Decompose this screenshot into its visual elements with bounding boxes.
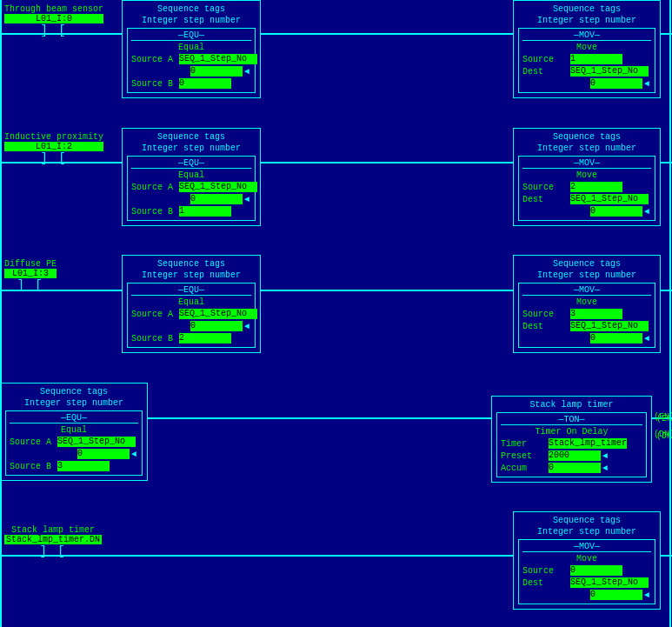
mov-inner-label-2: Move xyxy=(522,170,651,180)
mov-block-2-title1: Sequence tags xyxy=(516,131,657,143)
equ-block-4-inner: —EQU— Equal Source A SEQ_1_Step_No 0 ◄ S… xyxy=(5,410,143,476)
ton-timer-tag: Stack_lmp_timer xyxy=(549,438,627,449)
equ4-sourcea-tag: SEQ_1_Step_No xyxy=(57,437,136,447)
equ2-sourcea-label: Source A xyxy=(131,183,179,192)
contact-1: Through beam sensor L01_I:0 ] [ xyxy=(4,4,103,37)
mov-block-5-title2: Integer step number xyxy=(516,526,657,537)
equ-block-1-title2: Integer step number xyxy=(125,15,257,26)
equ-block-1: Sequence tags Integer step number —EQU— … xyxy=(122,0,261,98)
equ2-sourcea-tag: SEQ_1_Step_No xyxy=(179,182,257,192)
mov2-dest-arrow: ◄ xyxy=(644,207,649,217)
mov-inner-label-3: Move xyxy=(522,297,651,307)
ton-label: —TON— xyxy=(501,415,642,425)
equ-label-2: —EQU— xyxy=(131,158,251,169)
equ-block-1-title1: Sequence tags xyxy=(125,3,257,15)
mov-block-1: Sequence tags Integer step number —MOV— … xyxy=(513,0,661,98)
contact-2-symbol: ] [ xyxy=(4,151,103,165)
equ1-sourcea-label: Source A xyxy=(131,55,179,64)
equ4-sourcea-val: 0 xyxy=(77,449,130,459)
ton-accum-arrow: ◄ xyxy=(602,464,608,473)
equ-inner-label-4: Equal xyxy=(10,425,138,435)
ton-timer-label: Timer xyxy=(501,439,549,449)
mov1-source-val: 1 xyxy=(570,54,622,64)
equ-block-3-inner: —EQU— Equal Source A SEQ_1_Step_No 0 ◄ S… xyxy=(127,283,256,348)
contact-1-label: Through beam sensor xyxy=(4,4,103,14)
mov-block-3-title2: Integer step number xyxy=(516,270,657,281)
contact-5-symbol: ] [ xyxy=(4,544,102,558)
mov2-source-label: Source xyxy=(522,183,570,192)
equ-label-4: —EQU— xyxy=(10,413,138,424)
mov-block-5-inner: —MOV— Move Source 0 Dest SEQ_1_Step_No 0… xyxy=(518,539,655,604)
equ3-sourcea-tag: SEQ_1_Step_No xyxy=(179,309,257,319)
equ-block-3-title2: Integer step number xyxy=(125,270,257,281)
ton-accum-val: 0 xyxy=(549,463,601,473)
equ2-sourceb-label: Source B xyxy=(131,207,179,217)
ton-accum-label: Accum xyxy=(501,464,549,473)
mov-block-1-inner: —MOV— Move Source 1 Dest SEQ_1_Step_No 0… xyxy=(518,28,655,93)
contact-5-label: Stack lamp timer xyxy=(4,525,102,535)
equ-block-2-inner: —EQU— Equal Source A SEQ_1_Step_No 0 ◄ S… xyxy=(127,156,256,221)
mov3-dest-arrow: ◄ xyxy=(644,334,649,344)
equ-inner-label-1: Equal xyxy=(131,43,251,52)
mov-block-1-title1: Sequence tags xyxy=(516,3,657,15)
mov-block-2-inner: —MOV— Move Source 2 Dest SEQ_1_Step_No 0… xyxy=(518,156,655,221)
mov1-dest-label: Dest xyxy=(522,67,570,77)
equ-block-1-inner: —EQU— Equal Source A SEQ_1_Step_No 0 ◄ S… xyxy=(127,28,256,93)
equ3-sourcea-arrow: ◄ xyxy=(244,322,250,331)
equ1-sourcea-val: 0 xyxy=(190,66,243,77)
right-rail xyxy=(669,0,671,627)
ton-block-title1: Stack lamp timer xyxy=(495,399,649,410)
equ-block-4: Sequence tags Integer step number —EQU— … xyxy=(0,383,148,481)
equ1-sourcea-tag: SEQ_1_Step_No xyxy=(179,54,257,64)
mov3-dest-label: Dest xyxy=(522,322,570,331)
contact-2-tag: L01_I:2 xyxy=(4,142,103,151)
mov-block-2: Sequence tags Integer step number —MOV— … xyxy=(513,128,661,226)
equ3-sourceb-val: 2 xyxy=(179,333,231,344)
ton-block: Stack lamp timer —TON— Timer On Delay Ti… xyxy=(491,396,652,483)
left-rail xyxy=(0,0,2,627)
mov-label-5: —MOV— xyxy=(522,542,651,552)
contact-2-label: Inductive proximity xyxy=(4,132,103,142)
mov5-dest-arrow: ◄ xyxy=(644,590,649,600)
mov1-source-label: Source xyxy=(522,55,570,64)
mov-label-1: —MOV— xyxy=(522,30,651,41)
equ-block-2: Sequence tags Integer step number —EQU— … xyxy=(122,128,261,226)
equ-inner-label-2: Equal xyxy=(131,170,251,180)
equ-block-2-title1: Sequence tags xyxy=(125,131,257,143)
ton-inner-label: Timer On Delay xyxy=(501,427,642,437)
equ1-sourceb-label: Source B xyxy=(131,79,179,89)
mov5-dest-val: 0 xyxy=(590,590,642,600)
equ-block-2-title2: Integer step number xyxy=(125,143,257,154)
mov-block-1-title2: Integer step number xyxy=(516,15,657,26)
equ3-sourcea-label: Source A xyxy=(131,310,179,319)
mov5-source-val: 0 xyxy=(570,565,622,576)
equ-label-1: —EQU— xyxy=(131,30,251,41)
mov5-source-label: Source xyxy=(522,566,570,576)
equ-block-3-title1: Sequence tags xyxy=(125,258,257,270)
mov3-dest-tag: SEQ_1_Step_No xyxy=(570,321,649,331)
contact-5-tag: Stack_lmp_timer.DN xyxy=(4,535,102,544)
mov1-dest-val: 0 xyxy=(590,78,642,89)
contact-3: Diffuse PE L01_I:3 ] [ xyxy=(4,259,57,292)
ton-preset-arrow: ◄ xyxy=(602,451,608,461)
mov-block-5-title1: Sequence tags xyxy=(516,515,657,526)
equ4-sourcea-label: Source A xyxy=(10,437,57,447)
mov-block-5: Sequence tags Integer step number —MOV— … xyxy=(513,511,661,610)
mov-block-2-title2: Integer step number xyxy=(516,143,657,154)
equ4-sourcea-arrow: ◄ xyxy=(131,450,136,459)
equ-inner-label-3: Equal xyxy=(131,297,251,307)
contact-3-tag: L01_I:3 xyxy=(4,269,57,278)
equ1-sourceb-val: 0 xyxy=(179,78,231,89)
equ4-sourceb-val: 3 xyxy=(57,461,110,471)
equ-block-4-title1: Sequence tags xyxy=(3,386,144,397)
equ3-sourceb-label: Source B xyxy=(131,334,179,344)
contact-1-tag: L01_I:0 xyxy=(4,14,103,23)
contact-5: Stack lamp timer Stack_lmp_timer.DN ] [ xyxy=(4,525,102,558)
equ2-sourcea-arrow: ◄ xyxy=(244,195,250,204)
equ2-sourcea-val: 0 xyxy=(190,194,243,204)
mov3-source-label: Source xyxy=(522,310,570,319)
mov3-source-val: 3 xyxy=(570,309,622,319)
equ1-sourcea-arrow: ◄ xyxy=(244,67,250,77)
mov5-dest-label: Dest xyxy=(522,578,570,588)
contact-3-label: Diffuse PE xyxy=(4,259,57,269)
